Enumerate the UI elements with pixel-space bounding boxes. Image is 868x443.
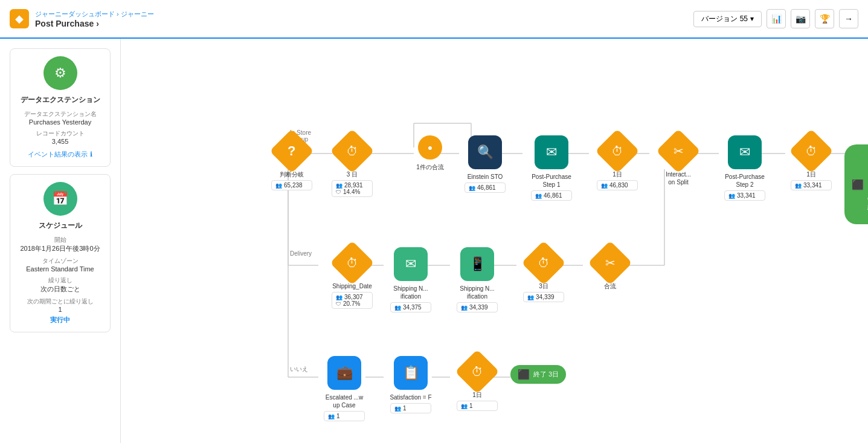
journey-end-1[interactable]: ⬛ ジャーニーの終了 <box>844 144 868 224</box>
de-name-value: Purchases Yesterday <box>18 118 103 126</box>
clock-icon4: ⏱ <box>538 256 550 270</box>
timezone-label: タイムゾーン <box>18 257 103 265</box>
step2-count: 33,341 <box>737 192 756 199</box>
step1-square[interactable]: ✉ <box>535 135 568 169</box>
interact-diamond[interactable]: ✂ <box>656 129 701 173</box>
shield-icon: 🛡 <box>336 189 341 195</box>
wait2-diamond[interactable]: ⏱ <box>595 129 640 173</box>
shipping-date-stats: 👥36,307 🛡20.7% <box>332 292 373 309</box>
event-results-link[interactable]: イベント結果の表示 ℹ <box>18 150 103 159</box>
people-icon10: 👥 <box>461 305 468 311</box>
record-count-value: 3,455 <box>18 138 103 145</box>
shield-icon2: 🛡 <box>336 301 341 307</box>
wait1-stats: 👥28,931 🛡14.4% <box>332 180 373 197</box>
shipping-date-diamond[interactable]: ⏱ <box>330 241 375 285</box>
step1-count: 46,861 <box>544 192 562 199</box>
merge1-circle[interactable]: ● <box>418 135 442 160</box>
analytics-icon-btn[interactable]: 📊 <box>767 9 786 28</box>
node-wait5: ⏱ 1日 👥1 <box>450 356 504 411</box>
people-icon5: 👥 <box>601 183 608 189</box>
clock-icon: ⏱ <box>346 144 358 158</box>
ship-notif2-square[interactable]: 📱 <box>460 247 494 281</box>
wait3-diamond[interactable]: ⏱ <box>789 129 834 173</box>
people-icon4: 👥 <box>535 193 542 199</box>
node-wait2: ⏱ 1日 👥46,830 <box>590 135 645 190</box>
repeat-interval-value: 1 <box>18 306 103 313</box>
people-icon8: 👥 <box>336 294 342 300</box>
ship-notif1-square[interactable]: ✉ <box>394 247 428 281</box>
app-logo: ◆ <box>10 9 29 28</box>
journey-end-2[interactable]: ⬛ 終了 3日 <box>510 365 566 384</box>
clock-icon3: ⏱ <box>805 144 817 158</box>
trophy-icon-btn[interactable]: 🏆 <box>815 9 834 28</box>
node-decision: ? 判断分岐 👥65,238 <box>265 135 319 190</box>
step2-stats: 👥33,341 <box>724 190 765 201</box>
wait4-diamond[interactable]: ⏱ <box>521 241 566 285</box>
question-icon: ? <box>288 143 295 159</box>
end2-exit-icon: ⬛ <box>518 369 530 380</box>
schedule-panel: 📅 スケジュール 開始 2018年1月26日午後3時0分 タイムゾーン East… <box>10 174 111 332</box>
step2-square[interactable]: ✉ <box>728 135 762 169</box>
shipping-date-count: 36,307 <box>344 294 363 300</box>
wait4-count: 34,339 <box>536 294 555 300</box>
wait2-count: 46,830 <box>609 182 628 189</box>
decision-diamond[interactable]: ? <box>269 129 314 173</box>
wait5-count: 1 <box>469 403 473 409</box>
schedule-icon: 📅 <box>43 182 77 216</box>
people-icon11: 👥 <box>527 294 534 300</box>
journey-canvas: In StorePickup Delivery いいえ ? 判断分岐 👥65,2… <box>121 39 868 443</box>
main-container: ⚙ データエクステンション データエクステンション名 Purchases Yes… <box>0 39 868 443</box>
step1-label: Post-PurchaseStep 1 <box>532 173 571 189</box>
version-label: バージョン 55 <box>701 14 748 24</box>
people-icon7: 👥 <box>795 183 802 189</box>
node-ship-notif1: ✉ Shipping N...ification 👥34,375 <box>384 247 438 312</box>
breadcrumb-bottom[interactable]: Post Purchase › <box>35 19 154 28</box>
ship-notif1-count: 34,375 <box>403 304 422 311</box>
node-escalate: 💼 Escalated ...wup Case 👥1 <box>317 356 371 421</box>
shipping-clock-icon: ⏱ <box>346 256 358 270</box>
wait5-diamond[interactable]: ⏱ <box>455 349 500 394</box>
node-satisfaction: 📋 Satisfaction = F 👥1 <box>384 356 438 413</box>
record-count-label: レコードカウント <box>18 129 103 138</box>
wait4-stats: 👥34,339 <box>523 292 564 302</box>
node-step1: ✉ Post-PurchaseStep 1 👥46,861 <box>524 135 579 201</box>
node-interact: ✂ Interact...on Split <box>651 135 706 186</box>
journey-end-2-label: 終了 3日 <box>533 370 559 379</box>
people-icon: 👥 <box>275 183 282 189</box>
exit-icon-btn[interactable]: → <box>839 9 858 28</box>
node-step2: ✉ Post-PurchaseStep 2 👥33,341 <box>718 135 772 201</box>
clock-icon2: ⏱ <box>611 144 623 158</box>
wait1-diamond[interactable]: ⏱ <box>330 129 375 173</box>
step2-label: Post-PurchaseStep 2 <box>725 173 765 189</box>
wait3-stats: 👥33,341 <box>791 180 832 190</box>
node-einstein: 🔍 Einstein STO 👥46,861 <box>458 135 512 193</box>
ship-notif1-stats: 👥34,375 <box>390 302 431 312</box>
satisfaction-square[interactable]: 📋 <box>394 356 428 390</box>
einstein-count: 46,861 <box>477 184 496 191</box>
wait1-pct: 14.4% <box>343 189 360 195</box>
data-extension-title: データエクステンション <box>18 95 103 105</box>
escalate-label: Escalated ...wup Case <box>326 393 363 409</box>
screenshot-icon-btn[interactable]: 📷 <box>791 9 810 28</box>
einstein-square[interactable]: 🔍 <box>468 135 502 169</box>
wait5-stats: 👥1 <box>457 401 498 411</box>
scissors-icon2: ✂ <box>605 256 616 270</box>
escalate-count: 1 <box>336 413 340 419</box>
data-extension-panel: ⚙ データエクステンション データエクステンション名 Purchases Yes… <box>10 48 111 167</box>
ship-notif2-label: Shipping N...ification <box>460 285 494 300</box>
einstein-stats: 👥46,861 <box>465 183 506 193</box>
merge2-diamond[interactable]: ✂ <box>588 241 632 285</box>
ship-notif1-label: Shipping N...ification <box>393 285 428 300</box>
ship-notif2-stats: 👥34,339 <box>457 302 498 312</box>
clock-icon5: ⏱ <box>471 365 483 379</box>
escalate-square[interactable]: 💼 <box>327 356 361 390</box>
data-extension-icon: ⚙ <box>43 56 77 90</box>
wait2-stats: 👥46,830 <box>597 180 638 190</box>
start-value: 2018年1月26日午後3時0分 <box>18 244 103 253</box>
no-label: いいえ <box>290 365 308 373</box>
version-selector[interactable]: バージョン 55 ▾ <box>693 11 762 27</box>
step1-stats: 👥46,861 <box>531 190 572 201</box>
satisfaction-count: 1 <box>403 405 407 412</box>
ship-notif2-count: 34,339 <box>469 304 488 311</box>
delivery-label: Delivery <box>290 250 312 257</box>
